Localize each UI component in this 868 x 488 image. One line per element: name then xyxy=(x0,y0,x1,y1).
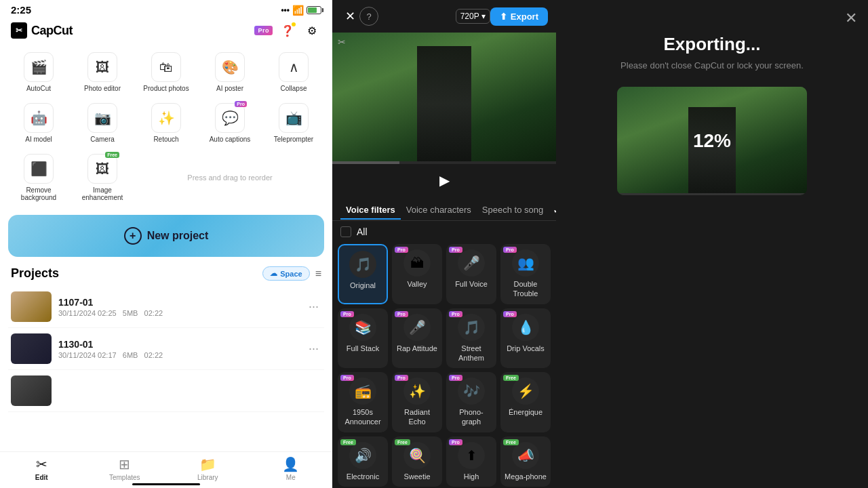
filter-full-voice[interactable]: Pro 🎤 Full Voice xyxy=(446,244,496,304)
megaphone-icon: 📣 xyxy=(512,442,539,469)
status-time: 2:25 xyxy=(11,4,31,16)
electronic-name: Electronic xyxy=(347,472,379,481)
edit-icon: ✂ xyxy=(36,456,47,472)
export-bottom-bar xyxy=(617,193,807,195)
app-header: ✂ CapCut Pro ❓ ⚙ xyxy=(0,18,332,45)
resolution-value: 720P ▾ xyxy=(460,12,486,21)
play-button[interactable]: ▶ xyxy=(433,169,455,191)
filter-icon[interactable]: ≡ xyxy=(315,268,321,280)
project-list: 1107-01 30/11/2024 02:25 5MB 02:22 ··· 1… xyxy=(0,283,332,451)
image-enhance-free-badge: Free xyxy=(105,152,119,158)
me-label: Me xyxy=(286,474,296,481)
app-logo: ✂ CapCut xyxy=(11,22,73,39)
filter-phonograph[interactable]: Pro 🎶 Phono-graph xyxy=(446,372,496,432)
close-button[interactable]: ✕ xyxy=(340,7,359,26)
tool-ai-model[interactable]: 🤖 AI model xyxy=(8,99,69,147)
filter-full-stack[interactable]: Pro 📚 Full Stack xyxy=(338,308,388,369)
filter-sweetie[interactable]: Free 🍭 Sweetie xyxy=(392,436,442,487)
filter-double-trouble[interactable]: Pro 👥 Double Trouble xyxy=(500,244,551,304)
filter-electronic[interactable]: Free 🔊 Electronic xyxy=(338,436,388,487)
nav-library[interactable]: 📁 Library xyxy=(166,456,250,481)
auto-captions-label: Auto captions xyxy=(210,136,251,143)
tool-ai-poster[interactable]: 🎨 AI poster xyxy=(199,48,260,96)
ai-model-label: AI model xyxy=(25,136,52,143)
help-button[interactable]: ❓ xyxy=(278,21,297,40)
double-trouble-icon: 👥 xyxy=(512,249,539,277)
filter-drip-vocals[interactable]: Pro 💧 Drip Vocals xyxy=(500,308,551,369)
radiant-echo-pro-badge: Pro xyxy=(395,375,408,381)
resolution-selector[interactable]: 720P ▾ xyxy=(456,9,490,24)
teleprompter-icon-box: 📺 xyxy=(279,103,309,133)
speech-to-song-label: Speech to song xyxy=(482,205,543,215)
filter-1950s-announcer[interactable]: Pro 📻 1950s Announcer xyxy=(338,372,388,432)
nav-templates[interactable]: ⊞ Templates xyxy=(83,456,167,481)
play-controls: ▶ xyxy=(332,164,556,197)
tool-retouch[interactable]: ✨ Retouch xyxy=(136,99,197,147)
nav-me[interactable]: 👤 Me xyxy=(250,456,333,481)
space-button[interactable]: ☁ Space xyxy=(262,266,309,281)
project-item[interactable] xyxy=(8,370,324,412)
valley-pro-badge: Pro xyxy=(395,247,408,253)
voice-tabs: Voice filters Voice characters Speech to… xyxy=(332,197,556,221)
ai-poster-label: AI poster xyxy=(216,85,243,92)
middle-panel: ✕ ? 720P ▾ ⬆ Export ✂ ▶ Voice filters Vo xyxy=(332,0,556,488)
export-percent: 12% xyxy=(693,130,731,152)
filter-street-anthem[interactable]: Pro 🎵 Street Anthem xyxy=(446,308,496,369)
project-meta: 30/11/2024 02:25 5MB 02:22 xyxy=(58,309,299,317)
video-preview: ✂ xyxy=(332,33,556,161)
project-item[interactable]: 1107-01 30/11/2024 02:25 5MB 02:22 ··· xyxy=(8,286,324,328)
space-label: Space xyxy=(280,270,302,278)
new-project-label: New project xyxy=(147,230,209,242)
tool-autocut[interactable]: 🎬 AutoCut xyxy=(8,48,69,96)
tool-product-photos[interactable]: 🛍 Product photos xyxy=(136,48,197,96)
product-photos-label: Product photos xyxy=(143,85,189,92)
pro-badge: Pro xyxy=(254,26,273,35)
tool-camera[interactable]: 📷 Camera xyxy=(72,99,133,147)
settings-button[interactable]: ⚙ xyxy=(302,21,321,40)
help-button[interactable]: ? xyxy=(359,7,378,26)
full-stack-pro-badge: Pro xyxy=(340,311,354,317)
battery-icon xyxy=(307,6,321,14)
tool-teleprompter[interactable]: 📺 Teleprompter xyxy=(263,99,324,147)
tool-auto-captions[interactable]: 💬 Pro Auto captions xyxy=(199,99,260,147)
radiant-echo-icon: ✨ xyxy=(403,378,431,405)
filter-megaphone[interactable]: Free 📣 Mega-phone xyxy=(500,436,551,487)
tool-collapse[interactable]: ∧ Collapse xyxy=(263,48,324,96)
signal-icon: ••• xyxy=(281,5,290,15)
nav-edit[interactable]: ✂ Edit xyxy=(0,456,83,481)
tab-voice-characters[interactable]: Voice characters xyxy=(401,201,477,219)
filter-rap-attitude[interactable]: Pro 🎤 Rap Attitude xyxy=(392,308,442,369)
filter-energique[interactable]: Free ⚡ Énergique xyxy=(500,372,551,432)
cloud-icon: ☁ xyxy=(270,269,277,278)
tool-image-enhance[interactable]: 🖼 Free Image enhancement xyxy=(72,150,133,205)
voice-characters-label: Voice characters xyxy=(406,205,471,215)
new-project-button[interactable]: + New project xyxy=(8,215,324,257)
filter-high[interactable]: Pro ⬆ High xyxy=(446,436,496,487)
tab-voice-filters[interactable]: Voice filters xyxy=(340,201,401,219)
tool-remove-bg[interactable]: ⬛ Remove background xyxy=(8,150,69,205)
export-button[interactable]: ⬆ Export xyxy=(490,7,548,26)
filter-valley[interactable]: Pro 🏔 Valley xyxy=(392,244,442,304)
export-arrow-icon: ⬆ xyxy=(500,12,507,22)
export-close-button[interactable]: ✕ xyxy=(845,11,857,26)
1950s-announcer-icon: 📻 xyxy=(349,378,376,405)
confirm-button[interactable]: ✓ xyxy=(549,199,556,220)
filter-original[interactable]: 🎵 Original xyxy=(338,244,388,304)
project-more-button[interactable]: ··· xyxy=(306,339,321,359)
autocut-icon-box: 🎬 xyxy=(24,52,54,82)
image-enhance-icon-box: 🖼 Free xyxy=(87,154,117,184)
camera-icon-box: 📷 xyxy=(87,103,117,133)
all-checkbox[interactable] xyxy=(340,226,351,237)
remove-bg-icon-box: ⬛ xyxy=(24,154,54,184)
project-item[interactable]: 1130-01 30/11/2024 02:17 6MB 02:22 ··· xyxy=(8,328,324,370)
tool-photo-editor[interactable]: 🖼 Photo editor xyxy=(72,48,133,96)
left-panel: 2:25 ••• 📶 ✂ CapCut Pro ❓ ⚙ 🎬 xyxy=(0,0,332,488)
electronic-icon: 🔊 xyxy=(349,442,376,469)
photo-editor-icon-box: 🖼 xyxy=(87,52,117,82)
app-title: CapCut xyxy=(31,24,73,38)
tab-speech-to-song[interactable]: Speech to song xyxy=(477,201,549,219)
filter-radiant-echo[interactable]: Pro ✨ Radiant Echo xyxy=(392,372,442,432)
edit-label: Edit xyxy=(35,474,48,481)
project-more-button[interactable]: ··· xyxy=(306,297,321,317)
library-icon: 📁 xyxy=(199,456,216,472)
